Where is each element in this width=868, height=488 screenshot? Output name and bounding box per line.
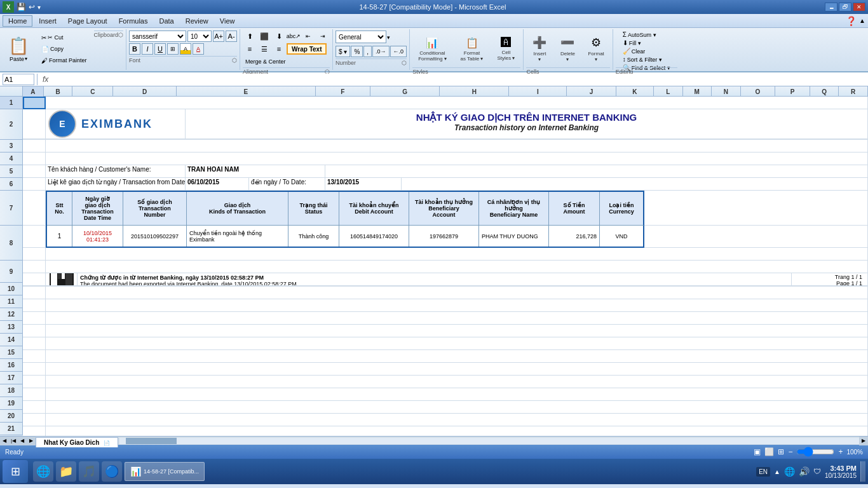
- row-15-header[interactable]: 15: [0, 346, 23, 359]
- cell-from-value[interactable]: 06/10/2015: [186, 178, 249, 191]
- font-increase-button[interactable]: A+: [213, 30, 224, 42]
- align-right-button[interactable]: ≡: [272, 43, 286, 55]
- cell-a6[interactable]: [23, 178, 46, 191]
- underline-button[interactable]: U: [154, 43, 166, 55]
- cell-styles-button[interactable]: 🅰 CellStyles ▾: [491, 30, 520, 67]
- cell-b2-logo[interactable]: E EXIMBANK: [46, 109, 186, 139]
- sheet-nav-first[interactable]: |◀: [9, 437, 18, 445]
- copy-button[interactable]: 📄 Copy: [37, 43, 92, 55]
- row-11-header[interactable]: 11: [0, 295, 23, 308]
- format-painter-button[interactable]: 🖌 Format Painter: [37, 55, 92, 66]
- cell-a17[interactable]: [23, 325, 46, 337]
- cell-a10[interactable]: [23, 248, 46, 261]
- cell-a9[interactable]: [23, 226, 46, 248]
- col-b[interactable]: B: [44, 86, 73, 97]
- td-trans-number[interactable]: 201510109502297: [123, 226, 187, 247]
- sheet-nav-next[interactable]: ▶: [27, 437, 36, 445]
- col-c[interactable]: C: [72, 86, 113, 97]
- cell-a20[interactable]: [23, 363, 46, 376]
- conditional-formatting-button[interactable]: 📊 ConditionalFormatting ▾: [412, 30, 452, 67]
- cell-a23[interactable]: [23, 401, 46, 414]
- row-18-header[interactable]: 18: [0, 384, 23, 397]
- clipboard-expand[interactable]: ⬡: [118, 32, 123, 38]
- start-button[interactable]: ⊞: [3, 460, 28, 483]
- cell-rest-25[interactable]: [46, 426, 868, 436]
- normal-view-button[interactable]: ▣: [754, 447, 761, 456]
- currency-button[interactable]: $ ▾: [336, 46, 350, 57]
- cell-title-area[interactable]: NHẬT KÝ GIAO DỊCH TRÊN INTERNET BANKING …: [186, 109, 868, 139]
- merge-center-button[interactable]: Merge & Center: [243, 56, 288, 67]
- cell-a5[interactable]: [23, 165, 46, 178]
- td-datetime[interactable]: 10/10/2015 01:41:23: [72, 226, 123, 247]
- cell-rest-17[interactable]: [46, 325, 868, 337]
- cell-a14[interactable]: [23, 287, 46, 299]
- menu-insert[interactable]: Insert: [34, 16, 62, 26]
- font-color-button[interactable]: A: [193, 43, 204, 55]
- scroll-right-btn[interactable]: ▶: [859, 437, 868, 445]
- row-2-header[interactable]: 2: [0, 109, 23, 140]
- fill-color-button[interactable]: A: [180, 43, 191, 55]
- cell-a24[interactable]: [23, 414, 46, 426]
- cell-rest-23[interactable]: [46, 401, 868, 414]
- increase-decimal-button[interactable]: .0→: [372, 46, 390, 57]
- italic-button[interactable]: I: [142, 43, 153, 55]
- autosum-button[interactable]: Σ AutoSum ▾: [618, 30, 675, 39]
- row-10-header[interactable]: 10: [0, 283, 23, 295]
- row-6-header[interactable]: 6: [0, 178, 23, 191]
- h-scroll-thumb[interactable]: [126, 438, 177, 444]
- row-17-header[interactable]: 17: [0, 372, 23, 384]
- cell-rest-18[interactable]: [46, 337, 868, 350]
- taskbar-media-button[interactable]: 🎵: [79, 461, 99, 482]
- taskbar-chrome-button[interactable]: 🔵: [102, 461, 122, 482]
- cell-b3[interactable]: [46, 140, 868, 152]
- cell-customer-value[interactable]: TRAN HOAI NAM: [186, 165, 325, 178]
- td-currency[interactable]: VND: [600, 226, 644, 247]
- menu-view[interactable]: View: [215, 16, 240, 26]
- cell-a18[interactable]: [23, 337, 46, 350]
- indent-decrease-button[interactable]: ⇤: [301, 30, 315, 42]
- row-12-header[interactable]: 12: [0, 308, 23, 321]
- cell-rest-21[interactable]: [46, 376, 868, 388]
- align-center-button[interactable]: ☰: [257, 43, 271, 55]
- sheet-tab-nhatky[interactable]: Nhat Ky Giao Dich 📄: [36, 437, 118, 447]
- zoom-slider[interactable]: [796, 449, 834, 454]
- cell-to-value[interactable]: 13/10/2015: [325, 178, 402, 191]
- font-decrease-button[interactable]: A-: [226, 30, 237, 42]
- cell-after-table-7[interactable]: [644, 191, 868, 226]
- font-family-select[interactable]: sansserif: [129, 30, 186, 42]
- cell-b4[interactable]: [46, 152, 868, 165]
- cell-a15[interactable]: [23, 299, 46, 312]
- zoom-in-button[interactable]: +: [838, 447, 843, 456]
- col-k[interactable]: K: [616, 86, 654, 97]
- quick-access-save[interactable]: 💾: [17, 3, 26, 11]
- bold-button[interactable]: B: [129, 43, 140, 55]
- percent-button[interactable]: %: [351, 46, 363, 57]
- td-description[interactable]: Chuyển tiền ngoài hệ thống Eximbank: [187, 226, 288, 247]
- row-13-header[interactable]: 13: [0, 321, 23, 334]
- cell-a2[interactable]: [23, 109, 46, 139]
- cell-rest-14[interactable]: [46, 287, 868, 299]
- format-button[interactable]: ⚙ Format▾: [582, 30, 609, 67]
- col-q[interactable]: Q: [810, 86, 839, 97]
- col-p[interactable]: P: [775, 86, 810, 97]
- cell-a7[interactable]: [23, 191, 46, 226]
- paste-dropdown-arrow[interactable]: ▾: [25, 56, 27, 62]
- row-7-header[interactable]: 7: [0, 191, 23, 226]
- align-top-button[interactable]: ⬆: [243, 30, 257, 42]
- horizontal-scrollbar[interactable]: ◀ |◀ ◀ ▶ Nhat Ky Giao Dich 📄 ▶: [0, 436, 868, 445]
- show-desktop-button[interactable]: [860, 461, 865, 482]
- comma-button[interactable]: ,: [363, 46, 372, 57]
- cell-a12[interactable]: [23, 273, 46, 286]
- cell-r6-fill[interactable]: [402, 178, 868, 191]
- row-4-header[interactable]: 4: [0, 152, 23, 165]
- col-j[interactable]: J: [567, 86, 616, 97]
- col-f[interactable]: F: [316, 86, 370, 97]
- clear-button[interactable]: 🧹 Clear: [618, 47, 675, 55]
- up-arrow-icon[interactable]: ▲: [774, 468, 780, 475]
- help-icon[interactable]: ❓: [846, 16, 857, 26]
- td-beneficiary-name[interactable]: PHAM THUY DUONG: [479, 226, 549, 247]
- col-n[interactable]: N: [712, 86, 741, 97]
- decrease-decimal-button[interactable]: ←.0: [390, 46, 407, 57]
- row-5-header[interactable]: 5: [0, 165, 23, 178]
- cell-from-label[interactable]: Liệt kê giao dịch từ ngày / Transaction …: [46, 178, 186, 191]
